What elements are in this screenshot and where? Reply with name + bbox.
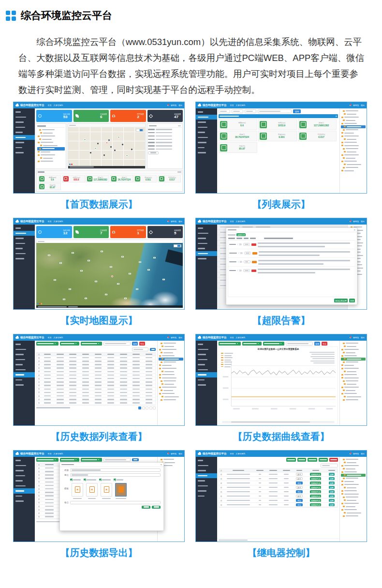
save-alarm-button[interactable]: 保存告警设置: [334, 299, 348, 302]
sensor-card[interactable]: 雨量(mm)0.6: [219, 119, 257, 130]
row-checkbox[interactable]: [38, 485, 40, 486]
sidebar-menu[interactable]: [14, 108, 35, 193]
sidebar-item[interactable]: [196, 463, 217, 468]
row-checkbox[interactable]: [38, 388, 40, 390]
chart-legend[interactable]: [221, 353, 233, 367]
relay-row[interactable]: 闭合查看继电器设置: [219, 481, 338, 485]
tree-node[interactable]: [159, 373, 183, 377]
sidebar-item[interactable]: [14, 357, 35, 362]
relay-row[interactable]: 闭合查看继电器设置: [219, 490, 338, 494]
table-row[interactable]: [37, 380, 155, 384]
tree-node[interactable]: [159, 367, 183, 370]
sidebar-item[interactable]: [196, 256, 217, 261]
row-checkbox[interactable]: [38, 467, 40, 469]
relay-row[interactable]: 闭合查看继电器设置: [219, 498, 338, 503]
date-range-input[interactable]: [103, 458, 131, 462]
relay-state-button[interactable]: 闭合: [296, 490, 303, 493]
tree-node[interactable]: [159, 379, 183, 383]
sensor-card[interactable]: 风速(m/s)0.001: [133, 175, 157, 182]
tree-node[interactable]: [37, 147, 65, 151]
device-filter-tag[interactable]: [81, 458, 102, 462]
device-tree-panel[interactable]: [339, 457, 367, 542]
sidebar-item[interactable]: [196, 241, 217, 246]
sidebar-item[interactable]: [14, 458, 35, 463]
table-row[interactable]: [37, 367, 155, 370]
sidebar-item[interactable]: [196, 120, 217, 125]
sidebar-item[interactable]: [14, 236, 35, 241]
device-tree-panel[interactable]: [36, 123, 66, 169]
row-checkbox[interactable]: [38, 481, 40, 482]
sidebar-menu[interactable]: [14, 225, 35, 309]
tree-node[interactable]: [341, 392, 366, 395]
row-checkbox[interactable]: [220, 491, 222, 493]
table-search-input[interactable]: [132, 347, 148, 351]
street-map[interactable]: [68, 127, 145, 168]
row-checkbox[interactable]: [38, 502, 40, 503]
stat-offline[interactable]: 离线数量47: [147, 110, 183, 122]
notification-bell-icon[interactable]: [167, 337, 169, 339]
chart-scrollbar[interactable]: [222, 421, 335, 423]
tree-node[interactable]: [341, 379, 366, 383]
tree-node[interactable]: [341, 354, 366, 358]
nav-menu-home[interactable]: 首页: [230, 104, 234, 106]
row-checkbox[interactable]: [38, 378, 40, 379]
sidebar-item[interactable]: [196, 226, 217, 231]
alarm-toggle[interactable]: [237, 270, 242, 272]
sidebar-item[interactable]: [14, 347, 35, 352]
sidebar-item[interactable]: [14, 382, 35, 388]
table-row[interactable]: [37, 384, 155, 388]
alarm-map-marker[interactable]: [106, 142, 108, 144]
sidebar-item[interactable]: [14, 226, 35, 231]
sensor-card[interactable]: 纬度(°)36.70247324: [219, 131, 257, 141]
device-filter-tag[interactable]: [60, 458, 79, 462]
sidebar-item[interactable]: [196, 125, 217, 130]
view-relay-button[interactable]: 查看继电器: [310, 499, 321, 502]
relay-batch-button[interactable]: [286, 458, 296, 462]
sidebar-item[interactable]: [196, 347, 217, 352]
nav-menu-screen[interactable]: 大屏可视化: [54, 220, 63, 223]
tree-node[interactable]: [341, 153, 366, 157]
alarm-tab[interactable]: 超限告警: [236, 233, 246, 236]
sidebar-item[interactable]: [14, 488, 35, 494]
row-checkbox[interactable]: [220, 500, 222, 501]
query-button[interactable]: 查询: [293, 109, 301, 113]
nav-user[interactable]: 管理员: [171, 452, 176, 455]
sidebar-item[interactable]: [14, 498, 35, 504]
sidebar-item[interactable]: [196, 382, 217, 388]
nav-menu-screen[interactable]: 大屏可视化: [54, 336, 63, 339]
tree-node[interactable]: [341, 135, 366, 138]
row-checkbox[interactable]: [38, 488, 40, 490]
sidebar-item[interactable]: [196, 109, 217, 115]
row-checkbox[interactable]: [38, 371, 40, 372]
sidebar-item[interactable]: [196, 494, 217, 499]
alarm-map-marker[interactable]: [111, 275, 113, 277]
map-layer-switch[interactable]: [174, 244, 181, 247]
sidebar-menu[interactable]: [196, 108, 217, 193]
sensor-card[interactable]: 经度(°)117.29860382: [86, 175, 109, 182]
sidebar-item[interactable]: [14, 246, 35, 251]
schedule-button[interactable]: 设置: [329, 477, 335, 480]
nav-user[interactable]: 管理员: [353, 220, 359, 223]
device-filter-tag[interactable]: [60, 342, 79, 346]
sidebar-item[interactable]: [14, 367, 35, 373]
view-relay-button[interactable]: 查看继电器: [310, 473, 321, 476]
tree-node[interactable]: [37, 128, 65, 132]
sensor-card[interactable]: 雨量(mm)0.6: [38, 175, 61, 182]
export-note-input[interactable]: [70, 501, 161, 504]
sidebar-item[interactable]: [196, 458, 217, 463]
nav-menu-screen[interactable]: 大屏可视化: [54, 104, 63, 106]
screenshot-history-curve[interactable]: 综合环境监控云平台 首页大屏可视化 管理员退出 查询 导出 环境监测历史数据—山…: [195, 334, 367, 426]
tree-node[interactable]: [341, 147, 366, 151]
sidebar-item[interactable]: [14, 388, 35, 393]
alarm-color-swatch[interactable]: [252, 252, 257, 255]
table-row[interactable]: [37, 374, 155, 377]
tree-node[interactable]: [37, 153, 65, 157]
relay-row[interactable]: 闭合查看继电器设置: [219, 503, 338, 507]
sidebar-item[interactable]: [196, 140, 217, 145]
tree-node[interactable]: [159, 398, 183, 402]
tree-node[interactable]: [341, 361, 366, 364]
tree-node[interactable]: [341, 109, 366, 113]
sensor-card[interactable]: 湿度(%)85.97: [38, 183, 61, 190]
stat-offline[interactable]: 离线数量5: [147, 226, 183, 238]
relay-state-button[interactable]: 闭合: [296, 499, 303, 502]
